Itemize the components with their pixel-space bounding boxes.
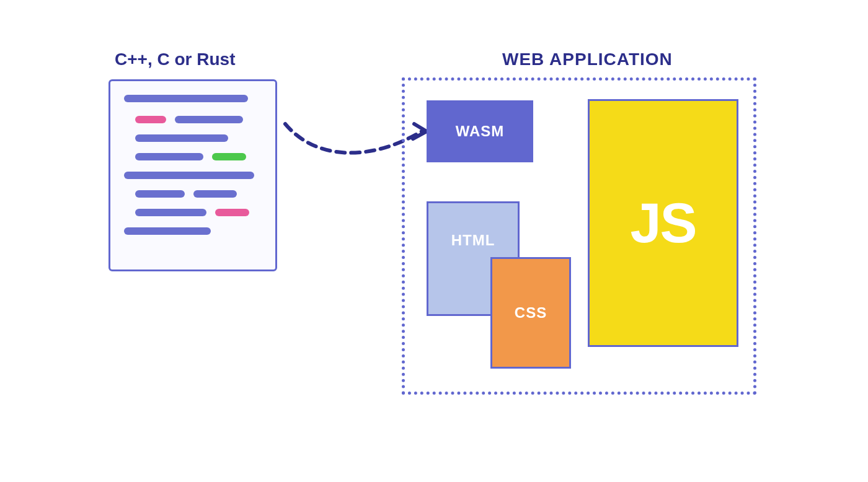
wasm-block: WASM (427, 100, 533, 162)
source-languages-title: C++, C or Rust (115, 50, 235, 69)
source-code-document (108, 79, 277, 271)
code-line-string (212, 153, 246, 160)
diagram-canvas: C++, C or Rust WEB APPLICATION WASM HTM (0, 0, 868, 482)
code-line-keyword (215, 209, 249, 216)
code-line (124, 227, 211, 235)
code-line (175, 116, 243, 123)
web-application-container: WASM HTML CSS JS (402, 77, 756, 395)
code-line (135, 153, 203, 160)
code-line-keyword (135, 116, 166, 123)
css-block: CSS (490, 257, 571, 369)
code-line (124, 172, 254, 179)
code-line (135, 190, 185, 198)
js-block: JS (588, 99, 738, 347)
code-line (124, 95, 248, 102)
code-line (135, 134, 228, 142)
code-line (135, 209, 206, 216)
code-line (193, 190, 237, 198)
web-application-title: WEB APPLICATION (502, 50, 673, 69)
